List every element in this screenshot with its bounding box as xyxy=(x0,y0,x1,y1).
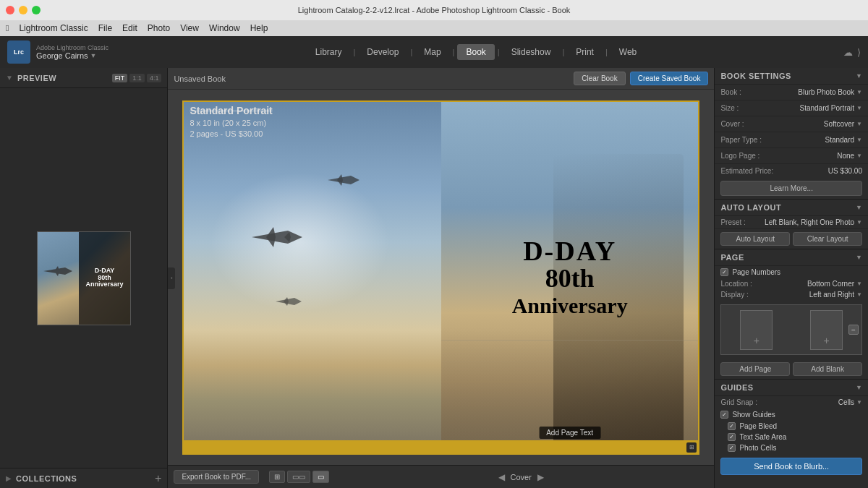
book-toolbar: Unsaved Book Clear Book Create Saved Boo… xyxy=(168,68,714,90)
guides-section[interactable]: Guides ▼ xyxy=(715,380,868,396)
tab-book[interactable]: Book xyxy=(457,44,494,60)
show-guides-row: ✓ Show Guides xyxy=(715,408,868,421)
location-value[interactable]: Bottom Corner ▼ xyxy=(807,280,862,288)
plane-2-icon xyxy=(326,172,362,188)
add-page-text-button[interactable]: Add Page Text xyxy=(539,427,600,439)
spread-right-page[interactable]: D-DAY 80th Anniversary Add Page Text xyxy=(441,102,699,453)
size-value[interactable]: Standard Portrait ▼ xyxy=(799,104,862,112)
sky-background xyxy=(184,102,441,453)
page-numbers-label: Page Numbers xyxy=(732,268,780,276)
export-pdf-button[interactable]: Export Book to PDF... xyxy=(174,470,259,484)
page-preview-left: + xyxy=(740,310,773,350)
book-settings-section[interactable]: Book Settings ▼ xyxy=(715,68,868,85)
menu-file[interactable]: File xyxy=(98,23,112,33)
menu-view[interactable]: View xyxy=(180,23,199,33)
text-safe-checkbox[interactable]: ✓ xyxy=(728,433,736,441)
app-logo: Lrc Adobe Lightroom Classic George Cairn… xyxy=(7,40,109,64)
display-dropdown-icon: ▼ xyxy=(856,291,862,298)
arrow-icon[interactable]: ⟩ xyxy=(857,47,861,58)
cover-type-value[interactable]: Softcover ▼ xyxy=(824,120,862,128)
learn-more-button[interactable]: Learn More... xyxy=(720,181,862,196)
preset-value[interactable]: Left Blank, Right One Photo ▼ xyxy=(765,218,862,226)
display-value[interactable]: Left and Right ▼ xyxy=(809,291,862,299)
book-spread-inner: D-DAY 80th Anniversary Add Page Text xyxy=(182,100,699,455)
left-panel: ▼ Preview FIT 1:1 4:1 D-DAY80th xyxy=(0,68,168,488)
page-bleed-label: Page Bleed xyxy=(739,422,777,430)
minimize-button[interactable] xyxy=(19,6,27,14)
thumb-content: D-DAY80thAnniversary xyxy=(38,232,130,325)
grid-snap-label: Grid Snap : xyxy=(720,398,767,406)
grid-snap-value[interactable]: Cells ▼ xyxy=(838,398,862,406)
page-bleed-checkbox[interactable]: ✓ xyxy=(728,422,736,430)
preview-area: D-DAY80thAnniversary xyxy=(0,88,167,468)
tab-print[interactable]: Print xyxy=(567,44,603,60)
page-section[interactable]: Page ▼ xyxy=(715,249,868,266)
add-page-button[interactable]: Add Page xyxy=(720,362,790,376)
fit-btn-fit[interactable]: FIT xyxy=(112,74,128,82)
page-numbers-checkbox[interactable]: ✓ xyxy=(720,268,728,276)
text-safe-label: Text Safe Area xyxy=(739,433,786,441)
nav-tabs: Library | Develop | Map | Book | Slidesh… xyxy=(307,44,645,60)
view-mode-buttons: ⊞ ▭▭ ▭ xyxy=(269,471,329,483)
estimated-price-value: US $30.00 xyxy=(828,167,862,175)
page-minus-button[interactable]: − xyxy=(848,325,859,335)
logo-page-value[interactable]: None ▼ xyxy=(837,152,862,160)
add-blank-button[interactable]: Add Blank xyxy=(793,362,862,376)
dday-title-text[interactable]: D-DAY 80th Anniversary xyxy=(441,102,699,453)
menu-window[interactable]: Window xyxy=(209,23,240,33)
single-page-view-button[interactable]: ▭ xyxy=(312,471,329,483)
location-row: Location : Bottom Corner ▼ xyxy=(715,278,868,289)
fit-btn-1-1[interactable]: 1:1 xyxy=(129,74,145,82)
preview-thumbnail: D-DAY80thAnniversary xyxy=(37,231,131,325)
book-type-value[interactable]: Blurb Photo Book ▼ xyxy=(798,88,862,96)
tab-library[interactable]: Library xyxy=(307,44,351,60)
tab-develop[interactable]: Develop xyxy=(358,44,407,60)
fit-btn-4-1[interactable]: 4:1 xyxy=(147,74,162,82)
prev-page-button[interactable]: ◀ xyxy=(498,472,505,482)
tab-map[interactable]: Map xyxy=(415,44,449,60)
center-panel: Unsaved Book Clear Book Create Saved Boo… xyxy=(168,68,714,488)
corner-icon[interactable]: ⊞ xyxy=(686,442,697,453)
size-dropdown-icon: ▼ xyxy=(856,105,862,111)
menu-lightroom[interactable]: Lightroom Classic xyxy=(19,23,88,33)
preset-label: Preset : xyxy=(720,218,745,226)
current-page-label: Cover xyxy=(511,473,532,481)
cover-type-dropdown-icon: ▼ xyxy=(856,121,862,127)
maximize-button[interactable] xyxy=(32,6,41,14)
page-right-plus-icon[interactable]: + xyxy=(823,335,829,346)
grid-view-button[interactable]: ⊞ xyxy=(269,471,285,483)
page-number-preview: + + − xyxy=(720,304,862,355)
auto-layout-section[interactable]: Auto Layout ▼ xyxy=(715,200,868,216)
send-to-blurb-button[interactable]: Send Book to Blurb... xyxy=(720,458,862,475)
next-page-button[interactable]: ▶ xyxy=(537,472,544,482)
paper-type-value[interactable]: Standard ▼ xyxy=(825,136,862,144)
clear-book-button[interactable]: Clear Book xyxy=(574,72,625,85)
auto-layout-button[interactable]: Auto Layout xyxy=(720,232,790,246)
two-page-view-button[interactable]: ▭▭ xyxy=(287,471,310,483)
spread-left-page[interactable] xyxy=(184,102,441,453)
menu-edit[interactable]: Edit xyxy=(122,23,137,33)
menu-help[interactable]: Help xyxy=(250,23,268,33)
menu-apple[interactable]:  xyxy=(6,23,9,33)
preset-dropdown-icon: ▼ xyxy=(856,219,862,226)
guides-collapse-icon: ▼ xyxy=(856,384,862,391)
photo-cells-checkbox[interactable]: ✓ xyxy=(728,444,736,452)
app-title-label: Adobe Lightroom Classic xyxy=(36,44,109,51)
show-guides-checkbox[interactable]: ✓ xyxy=(720,411,728,419)
menu-photo[interactable]: Photo xyxy=(148,23,170,33)
collections-label: Collections xyxy=(16,474,77,483)
close-button[interactable] xyxy=(6,6,14,14)
tab-slideshow[interactable]: Slideshow xyxy=(503,44,560,60)
tab-web[interactable]: Web xyxy=(610,44,645,60)
preset-row: Preset : Left Blank, Right One Photo ▼ xyxy=(715,216,868,229)
collections-header[interactable]: ▶ Collections + xyxy=(0,468,167,488)
preview-triangle[interactable]: ▼ xyxy=(6,74,13,82)
activity-icon[interactable]: ☁ xyxy=(843,47,853,58)
add-collection-button[interactable]: + xyxy=(155,472,161,485)
photo-cells-row: ✓ Photo Cells xyxy=(715,442,868,453)
left-panel-toggle[interactable]: ‹ xyxy=(168,267,175,289)
clear-layout-button[interactable]: Clear Layout xyxy=(793,232,862,246)
book-spread: Standard Portrait 8 x 10 in (20 x 25 cm)… xyxy=(182,100,699,455)
create-saved-button[interactable]: Create Saved Book xyxy=(630,72,709,85)
page-left-plus-icon[interactable]: + xyxy=(754,335,760,346)
